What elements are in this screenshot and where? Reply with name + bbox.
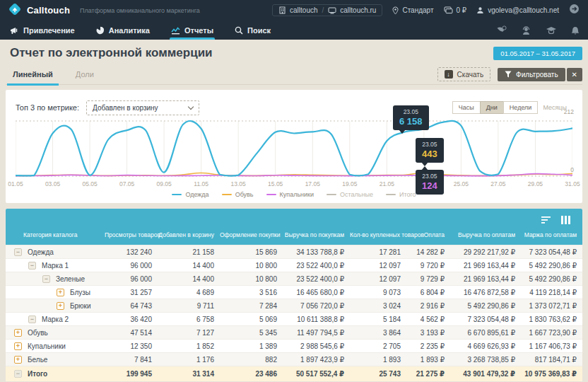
- table-cell: 3 864: [350, 329, 406, 337]
- table-cell: 9 073: [350, 289, 406, 296]
- granularity-weeks[interactable]: Недели: [503, 101, 539, 114]
- table-cell: 4 669 626,93 ₽: [450, 342, 521, 350]
- table-cell: 2 235 ₽: [406, 342, 450, 350]
- education-icon[interactable]: [546, 26, 557, 35]
- table-cell: 12 097: [350, 262, 406, 270]
- expand-icon[interactable]: +: [14, 329, 22, 337]
- legend-item[interactable]: Одежда: [172, 191, 208, 198]
- columns-icon[interactable]: [561, 216, 571, 224]
- x-tick-label: 05.05: [76, 180, 104, 187]
- collapse-icon: −: [14, 370, 22, 378]
- table-cell: 7 323 054,48 ₽: [521, 248, 582, 256]
- table-cell: 3 024: [350, 302, 406, 310]
- table-cell: 1 389: [220, 342, 283, 350]
- legend-item[interactable]: Обувь: [222, 191, 254, 198]
- download-icon: ↓: [445, 70, 453, 79]
- site[interactable]: calltouch.ru: [328, 6, 376, 14]
- tooltip-shoes: 23.05 443: [416, 138, 444, 163]
- nav-item-analytics[interactable]: Аналитика: [95, 21, 151, 40]
- legend-item[interactable]: Итого: [386, 191, 416, 198]
- nav-item-reports[interactable]: Отчеты: [170, 21, 215, 40]
- tab-shares[interactable]: Доли: [73, 70, 97, 84]
- x-tick-label: 19.05: [336, 180, 364, 187]
- brand[interactable]: Calltouch Платформа омниканального марке…: [8, 3, 200, 18]
- logout-icon[interactable]: [569, 4, 580, 17]
- brand-name: Calltouch: [27, 5, 70, 16]
- expand-icon[interactable]: +: [14, 342, 22, 350]
- collapse-icon[interactable]: −: [14, 248, 22, 256]
- table-row: +Обувь47 5147 1275 34511 497 794,5 ₽3 86…: [6, 325, 582, 339]
- table-cell: 21 969 163,44 ₽: [450, 262, 521, 270]
- table-cell: 14 400: [158, 275, 220, 283]
- collapse-icon[interactable]: −: [28, 316, 36, 323]
- notifications-icon[interactable]: [571, 26, 580, 35]
- nav-item-search[interactable]: Поиск: [233, 21, 272, 40]
- table-cell: 21 158: [158, 248, 220, 256]
- granularity-days[interactable]: Дни: [480, 101, 504, 114]
- category-label[interactable]: Белье: [28, 356, 47, 364]
- account-switcher[interactable]: calltouch / calltouch.ru: [272, 4, 382, 16]
- table-cell: 21 969 163,44 ₽: [450, 275, 521, 283]
- metric-select[interactable]: Добавлен в корзину: [86, 100, 199, 115]
- user-account[interactable]: vgoleva@calltouch.net: [476, 6, 559, 14]
- category-label[interactable]: Марка 1: [42, 262, 69, 270]
- expand-icon[interactable]: +: [57, 302, 64, 310]
- category-label[interactable]: Марка 2: [42, 316, 69, 323]
- collapse-icon[interactable]: −: [28, 262, 36, 270]
- table-cell: 1 167 406,73 ₽: [521, 342, 582, 350]
- table-cell: 12 097: [350, 275, 406, 283]
- table-cell: 31 257: [105, 289, 158, 296]
- table-cell: 10 611 388,8 ₽: [283, 316, 350, 323]
- account[interactable]: calltouch: [278, 6, 317, 14]
- table-cell: 4 689: [158, 289, 220, 296]
- nav-item-attraction[interactable]: Привлечение: [8, 21, 76, 40]
- support-icon[interactable]: [521, 26, 531, 35]
- table-cell: 5 184: [350, 316, 406, 323]
- table-cell: 3 268 738,85 ₽: [450, 356, 521, 364]
- table-cell: 9 729 ₽: [406, 275, 450, 283]
- table-cell: 43 901 479,32 ₽: [450, 370, 521, 378]
- calltouch-logo-icon: [8, 3, 21, 18]
- granularity-hours[interactable]: Часы: [452, 101, 481, 114]
- category-label[interactable]: Итого: [28, 370, 47, 378]
- category-label[interactable]: Зеленые: [56, 275, 85, 283]
- legend-item[interactable]: Остальные: [327, 191, 373, 198]
- tab-linear[interactable]: Линейный: [10, 70, 56, 84]
- table-cell: 36 420: [105, 316, 158, 323]
- legend-item[interactable]: Купальники: [266, 191, 314, 198]
- table-cell: 12 350: [105, 342, 158, 350]
- tariff-plan[interactable]: Стандарт: [392, 6, 433, 15]
- table-cell: 1 852: [158, 342, 220, 350]
- x-tick-label: 07.05: [113, 180, 141, 187]
- table-cell: 5 492 290,86 ₽: [521, 262, 582, 270]
- date-range-button[interactable]: 01.05.2017 – 31.05.2017: [493, 47, 582, 60]
- expand-icon[interactable]: +: [57, 289, 64, 296]
- sort-icon[interactable]: [541, 216, 551, 224]
- table-cell: 1 176: [158, 356, 220, 364]
- account-separator: /: [322, 6, 324, 14]
- category-label[interactable]: Обувь: [28, 329, 48, 337]
- balance[interactable]: 0 ₽: [444, 6, 467, 14]
- building-icon: [278, 6, 286, 14]
- close-filter-button[interactable]: ✕: [567, 68, 582, 81]
- callback-widget-icon[interactable]: [496, 25, 507, 35]
- legend-label: Одежда: [185, 191, 208, 198]
- table-cell: 7 841: [105, 356, 158, 364]
- category-label[interactable]: Купальники: [28, 342, 66, 350]
- table-cell: 1 373 072,71 ₽: [521, 302, 582, 310]
- x-tick-label: 29.05: [521, 180, 549, 187]
- category-label[interactable]: Брюки: [70, 302, 91, 310]
- collapse-icon[interactable]: −: [42, 275, 50, 283]
- expand-icon[interactable]: +: [14, 356, 22, 364]
- table-row: +Блузы31 2574 6893 51616 465 680,0 ₽9 07…: [6, 285, 582, 299]
- download-button[interactable]: ↓ Скачать: [437, 67, 491, 81]
- table-cell: 1 667 723,90 ₽: [521, 329, 582, 337]
- table-cell: 2 916 ₽: [406, 302, 450, 310]
- filter-button[interactable]: Фильтровать: [498, 68, 565, 81]
- line-chart[interactable]: [16, 117, 572, 179]
- x-tick-label: 11.05: [187, 180, 216, 187]
- category-label[interactable]: Одежда: [28, 248, 54, 256]
- category-label[interactable]: Блузы: [70, 289, 90, 296]
- line-chart-icon: [171, 26, 180, 35]
- table-row: −Зеленые96 00014 40010 80023 522 400,0 ₽…: [6, 272, 582, 285]
